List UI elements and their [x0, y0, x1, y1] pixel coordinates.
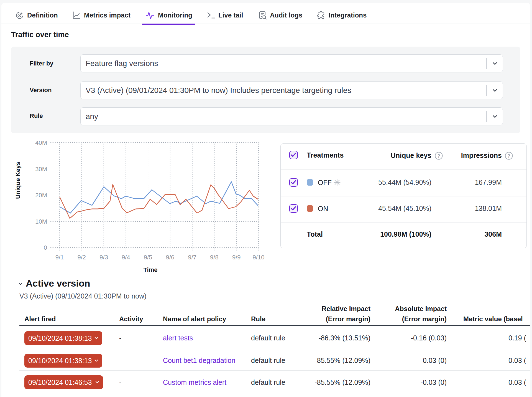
svg-text:9/10: 9/10	[253, 254, 265, 261]
svg-text:0: 0	[44, 244, 47, 251]
svg-text:Unique Keys: Unique Keys	[14, 162, 21, 199]
svg-text:10M: 10M	[35, 218, 47, 225]
svg-text:30M: 30M	[35, 166, 47, 173]
svg-text:9/9: 9/9	[232, 254, 241, 261]
svg-text:9/6: 9/6	[166, 254, 175, 261]
svg-text:20M: 20M	[35, 192, 47, 199]
svg-text:9/2: 9/2	[78, 254, 86, 261]
svg-text:9/4: 9/4	[122, 254, 130, 261]
svg-text:9/5: 9/5	[144, 254, 152, 261]
svg-text:9/7: 9/7	[188, 254, 196, 261]
svg-text:9/8: 9/8	[210, 254, 219, 261]
svg-text:9/1: 9/1	[55, 254, 64, 261]
svg-text:9/3: 9/3	[99, 254, 108, 261]
svg-text:40M: 40M	[35, 139, 47, 146]
svg-text:Time: Time	[144, 266, 158, 273]
svg-text:?: ?	[507, 153, 510, 159]
svg-text:?: ?	[437, 153, 440, 159]
